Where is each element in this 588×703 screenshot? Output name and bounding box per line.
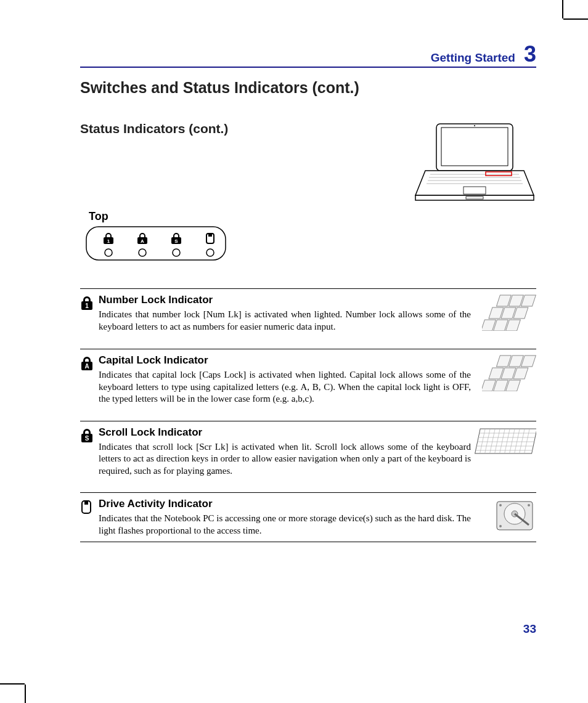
svg-rect-33 — [494, 320, 508, 331]
item-title: Number Lock Indicator — [99, 294, 471, 306]
drive-icon — [80, 499, 92, 518]
svg-point-70 — [528, 504, 530, 506]
item-title: Drive Activity Indicator — [99, 498, 471, 510]
item-title: Scroll Lock Indicator — [99, 426, 471, 439]
svg-point-71 — [499, 525, 502, 527]
svg-text:A: A — [84, 363, 89, 370]
svg-point-22 — [173, 249, 180, 256]
svg-rect-39 — [521, 356, 536, 367]
svg-text:S: S — [174, 238, 178, 244]
svg-rect-65 — [84, 501, 88, 505]
page-number: 33 — [80, 622, 536, 636]
crop-mark — [25, 685, 26, 703]
svg-point-23 — [206, 249, 214, 256]
svg-rect-34 — [506, 320, 521, 331]
svg-point-2 — [474, 125, 475, 126]
section-name: Getting Started — [431, 51, 515, 65]
page-content: Getting Started 3 Switches and Status In… — [80, 43, 536, 542]
svg-rect-30 — [501, 307, 516, 319]
crop-mark — [563, 18, 588, 20]
svg-rect-37 — [497, 356, 512, 367]
svg-text:1: 1 — [85, 303, 89, 309]
svg-rect-45 — [506, 380, 521, 391]
svg-point-21 — [139, 249, 146, 256]
indicator-item-scrolllock: S Scroll Lock Indicator Indicates that s… — [80, 421, 536, 477]
svg-rect-27 — [509, 295, 524, 306]
page-header: Getting Started 3 — [80, 43, 536, 68]
svg-rect-31 — [513, 307, 528, 319]
svg-rect-29 — [489, 307, 504, 319]
svg-rect-41 — [501, 368, 516, 379]
svg-text:A: A — [141, 238, 144, 244]
full-keyboard-illustration — [475, 426, 536, 460]
chapter-number: 3 — [524, 43, 536, 65]
svg-rect-44 — [494, 380, 508, 391]
keyboard-keys-illustration — [482, 354, 536, 394]
indicator-panel-illustration: 1 A S — [85, 226, 536, 264]
svg-text:S: S — [85, 435, 89, 442]
section-subtitle: Status Indicators (cont.) — [80, 121, 403, 136]
svg-rect-26 — [497, 295, 512, 306]
indicator-item-numlock: 1 Number Lock Indicator Indicates that n… — [80, 288, 536, 333]
svg-rect-19 — [208, 234, 212, 237]
item-title: Capital Lock Indicator — [99, 354, 471, 367]
svg-point-20 — [105, 249, 112, 256]
top-panel-block: Top 1 A — [80, 210, 536, 264]
crop-mark — [0, 683, 25, 685]
svg-point-69 — [499, 504, 502, 506]
svg-rect-38 — [509, 356, 524, 367]
indicator-item-capslock: A Capital Lock Indicator Indicates that … — [80, 349, 536, 405]
page-title: Switches and Status Indicators (cont.) — [80, 79, 536, 97]
item-body: Indicates that number lock [Num Lk] is a… — [99, 309, 471, 333]
top-label: Top — [89, 210, 536, 223]
svg-rect-1 — [441, 128, 508, 166]
item-body: Indicates that scroll lock [Scr Lk] is a… — [99, 441, 471, 477]
scroll-lock-icon: S — [80, 428, 94, 446]
keyboard-keys-illustration — [482, 294, 536, 333]
laptop-illustration — [413, 121, 536, 204]
indicator-item-drive: Drive Activity Indicator Indicates that … — [80, 492, 536, 542]
item-body: Indicates that capital lock [Caps Lock] … — [99, 369, 471, 405]
crop-mark — [562, 0, 563, 18]
hard-disk-illustration — [493, 498, 536, 536]
svg-rect-40 — [489, 368, 504, 379]
svg-text:1: 1 — [107, 238, 110, 244]
svg-rect-42 — [513, 368, 528, 379]
svg-rect-28 — [521, 295, 536, 306]
svg-rect-7 — [463, 187, 486, 194]
caps-lock-icon: A — [80, 356, 94, 374]
item-body: Indicates that the Notebook PC is access… — [99, 513, 471, 537]
num-lock-icon: 1 — [80, 295, 94, 314]
svg-rect-10 — [466, 197, 483, 199]
